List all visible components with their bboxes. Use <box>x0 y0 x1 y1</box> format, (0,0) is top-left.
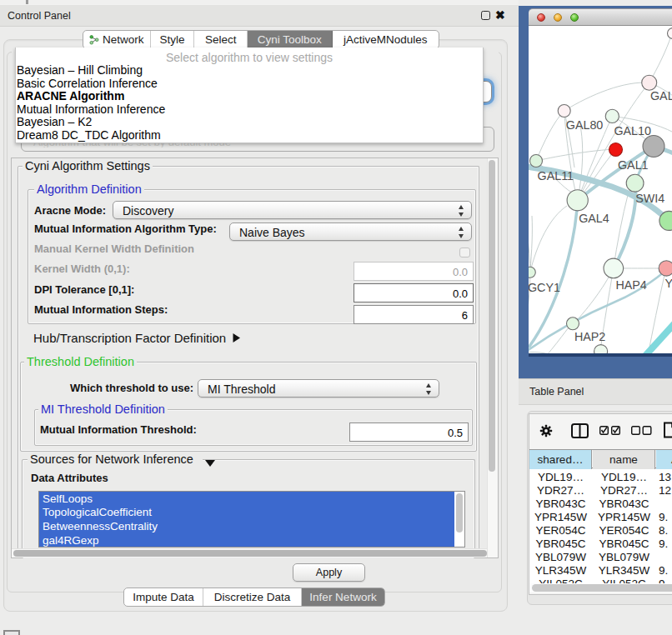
svg-text:GCY1: GCY1 <box>529 281 560 294</box>
svg-text:HAP2: HAP2 <box>574 330 605 343</box>
svg-text:GAL11: GAL11 <box>538 169 574 182</box>
svg-text:Y: Y <box>665 277 672 290</box>
svg-text:GAL80: GAL80 <box>566 118 604 132</box>
svg-text:GAL1: GAL1 <box>618 158 649 172</box>
svg-text:HAP4: HAP4 <box>615 278 646 292</box>
svg-text:SWI4: SWI4 <box>635 192 664 205</box>
svg-text:GAL4: GAL4 <box>579 212 609 225</box>
svg-text:GAL: GAL <box>650 89 672 102</box>
svg-text:GAL10: GAL10 <box>614 124 651 138</box>
